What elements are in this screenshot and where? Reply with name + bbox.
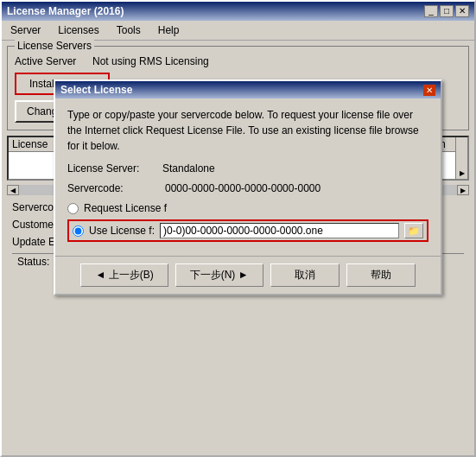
active-server-value: Not using RMS Licensing bbox=[92, 55, 209, 67]
menu-bar: Server Licenses Tools Help bbox=[2, 21, 474, 41]
scroll-right-btn[interactable]: ▶ bbox=[457, 185, 469, 195]
group-box-title: License Servers bbox=[15, 40, 94, 52]
window-title: License Manager (2016) bbox=[7, 5, 124, 17]
main-window: License Manager (2016) _ □ ✕ Server Lice… bbox=[0, 0, 476, 457]
browse-button[interactable]: 📁 bbox=[404, 223, 423, 238]
license-server-value: Standalone bbox=[162, 162, 428, 175]
dialog-footer: ◄ 上一步(B) 下一步(N) ► 取消 帮助 bbox=[55, 256, 441, 294]
license-server-row: License Server: Standalone bbox=[67, 162, 428, 175]
menu-server[interactable]: Server bbox=[5, 22, 46, 38]
minimize-button[interactable]: _ bbox=[424, 5, 438, 17]
next-button[interactable]: 下一步(N) ► bbox=[175, 263, 263, 287]
menu-help[interactable]: Help bbox=[153, 22, 185, 38]
servercode-input[interactable] bbox=[162, 181, 428, 195]
dialog-content: Type or copy/paste your servercode below… bbox=[55, 98, 441, 256]
servercode-label: Servercode: bbox=[67, 182, 162, 194]
scroll-right-area: ▶ bbox=[455, 137, 467, 179]
use-license-label: Use License f: bbox=[89, 225, 155, 237]
select-license-dialog: Select License ✕ Type or copy/paste your… bbox=[54, 79, 442, 295]
menu-licenses[interactable]: Licenses bbox=[53, 22, 104, 38]
request-license-row: Request License f bbox=[67, 202, 428, 214]
menu-tools[interactable]: Tools bbox=[111, 22, 146, 38]
close-button[interactable]: ✕ bbox=[455, 5, 469, 17]
dialog-description: Type or copy/paste your servercode below… bbox=[67, 107, 428, 154]
license-server-label: License Server: bbox=[67, 162, 162, 175]
title-bar: License Manager (2016) _ □ ✕ bbox=[2, 2, 474, 21]
dialog-close-button[interactable]: ✕ bbox=[423, 85, 435, 96]
dialog-title: Select License bbox=[60, 84, 132, 96]
request-license-radio[interactable] bbox=[67, 203, 79, 214]
scroll-right-arrow[interactable]: ▶ bbox=[460, 169, 465, 177]
cancel-button[interactable]: 取消 bbox=[270, 263, 340, 287]
use-license-input[interactable] bbox=[160, 223, 399, 238]
scroll-left-arrow[interactable]: ◀ bbox=[7, 185, 19, 195]
help-button[interactable]: 帮助 bbox=[346, 263, 416, 287]
request-license-label: Request License f bbox=[84, 202, 167, 214]
back-button[interactable]: ◄ 上一步(B) bbox=[80, 263, 168, 287]
servercode-row: Servercode: bbox=[67, 181, 428, 195]
title-bar-controls: _ □ ✕ bbox=[424, 5, 469, 17]
use-license-row: Use License f: 📁 bbox=[67, 219, 428, 242]
active-server-row: Active Server Not using RMS Licensing bbox=[15, 55, 461, 67]
status-label: Status: bbox=[17, 256, 49, 268]
folder-icon: 📁 bbox=[408, 225, 420, 237]
use-license-radio[interactable] bbox=[73, 225, 84, 237]
dialog-title-bar: Select License ✕ bbox=[55, 81, 441, 98]
active-server-label: Active Server bbox=[15, 55, 92, 67]
maximize-button[interactable]: □ bbox=[440, 5, 454, 17]
